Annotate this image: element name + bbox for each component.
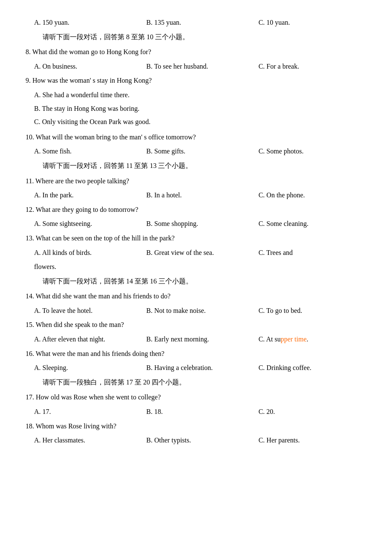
q13-option-a: A. All kinds of birds. <box>34 247 146 258</box>
q17-options: A. 17. B. 18. C. 20. <box>26 406 371 417</box>
q8-options: A. On business. B. To see her husband. C… <box>26 61 371 72</box>
q11-option-c: C. On the phone. <box>259 190 371 201</box>
option-c-yuan: C. 10 yuan. <box>259 17 371 28</box>
q15-c-end: . <box>307 335 308 343</box>
q12-option-b: B. Some shopping. <box>146 218 258 229</box>
question-17: 17. How old was Rose when she went to co… <box>26 392 371 403</box>
q8-option-c: C. For a break. <box>259 61 371 72</box>
q14-option-b: B. Not to make noise. <box>146 305 258 316</box>
q14-option-a: A. To leave the hotel. <box>34 305 146 316</box>
question-15: 15. When did she speak to the man? <box>26 319 371 330</box>
q14-options: A. To leave the hotel. B. Not to make no… <box>26 305 371 316</box>
q18-option-c: C. Her parents. <box>259 435 371 446</box>
question-13: 13. What can be seen on the top of the h… <box>26 233 371 244</box>
q11-option-b: B. In a hotel. <box>146 190 258 201</box>
section2-note: 请听下面一段对话，回答第 11 至第 13 三个小题。 <box>26 160 371 171</box>
q9-option-c: C. Only visiting the Ocean Park was good… <box>26 116 371 127</box>
question-9: 9. How was the woman' s stay in Hong Kon… <box>26 75 371 86</box>
q15-option-b: B. Early next morning. <box>146 334 258 345</box>
q17-option-c: C. 20. <box>259 406 371 417</box>
section3-note: 请听下面一段对话，回答第 14 至第 16 三个小题。 <box>26 276 371 287</box>
q15-c-highlight: pper time <box>281 335 307 343</box>
q13-option-b: B. Great view of the sea. <box>146 247 258 258</box>
q15-option-c: C. At supper time. <box>259 334 371 345</box>
q15-c-normal: C. At su <box>259 335 281 343</box>
page-content: A. 150 yuan. B. 135 yuan. C. 10 yuan. 请听… <box>26 17 371 446</box>
question-10: 10. What will the woman bring to the man… <box>26 132 371 143</box>
question-12: 12. What are they going to do tomorrow? <box>26 204 371 215</box>
q9-option-b: B. The stay in Hong Kong was boring. <box>26 103 371 114</box>
q8-option-a: A. On business. <box>34 61 146 72</box>
q12-options: A. Some sightseeing. B. Some shopping. C… <box>26 218 371 229</box>
option-b-yuan: B. 135 yuan. <box>146 17 258 28</box>
question-14: 14. What did she want the man and his fr… <box>26 291 371 302</box>
q10-option-a: A. Some fish. <box>34 146 146 157</box>
question-18: 18. Whom was Rose living with? <box>26 421 371 432</box>
question-11: 11. Where are the two people talking? <box>26 176 371 187</box>
first-options-row: A. 150 yuan. B. 135 yuan. C. 10 yuan. <box>26 17 371 28</box>
question-16: 16. What were the man and his friends do… <box>26 348 371 359</box>
q14-option-c: C. To go to bed. <box>259 305 371 316</box>
q10-option-b: B. Some gifts. <box>146 146 258 157</box>
q16-option-a: A. Sleeping. <box>34 362 146 373</box>
q12-option-c: C. Some cleaning. <box>259 218 371 229</box>
q17-option-a: A. 17. <box>34 406 146 417</box>
q16-option-c: C. Drinking coffee. <box>259 362 371 373</box>
q15-options: A. After eleven that night. B. Early nex… <box>26 334 371 345</box>
section1-note: 请听下面一段对话，回答第 8 至第 10 三个小题。 <box>26 32 371 43</box>
q16-option-b: B. Having a celebration. <box>146 362 258 373</box>
option-a-yuan: A. 150 yuan. <box>34 17 146 28</box>
q13-options: A. All kinds of birds. B. Great view of … <box>26 247 371 258</box>
q17-option-b: B. 18. <box>146 406 258 417</box>
q13-continuation: flowers. <box>26 261 371 272</box>
q10-option-c: C. Some photos. <box>259 146 371 157</box>
q15-option-a: A. After eleven that night. <box>34 334 146 345</box>
q13-option-c-part1: C. Trees and <box>259 247 371 258</box>
q18-option-b: B. Other typists. <box>146 435 258 446</box>
q9-option-a: A. She had a wonderful time there. <box>26 90 371 101</box>
q16-options: A. Sleeping. B. Having a celebration. C.… <box>26 362 371 373</box>
q18-options: A. Her classmates. B. Other typists. C. … <box>26 435 371 446</box>
q8-option-b: B. To see her husband. <box>146 61 258 72</box>
section4-note: 请听下面一段独白，回答第 17 至 20 四个小题。 <box>26 377 371 388</box>
q12-option-a: A. Some sightseeing. <box>34 218 146 229</box>
q10-options: A. Some fish. B. Some gifts. C. Some pho… <box>26 146 371 157</box>
q11-option-a: A. In the park. <box>34 190 146 201</box>
question-8: 8. What did the woman go to Hong Kong fo… <box>26 46 371 58</box>
q11-options: A. In the park. B. In a hotel. C. On the… <box>26 190 371 201</box>
q18-option-a: A. Her classmates. <box>34 435 146 446</box>
